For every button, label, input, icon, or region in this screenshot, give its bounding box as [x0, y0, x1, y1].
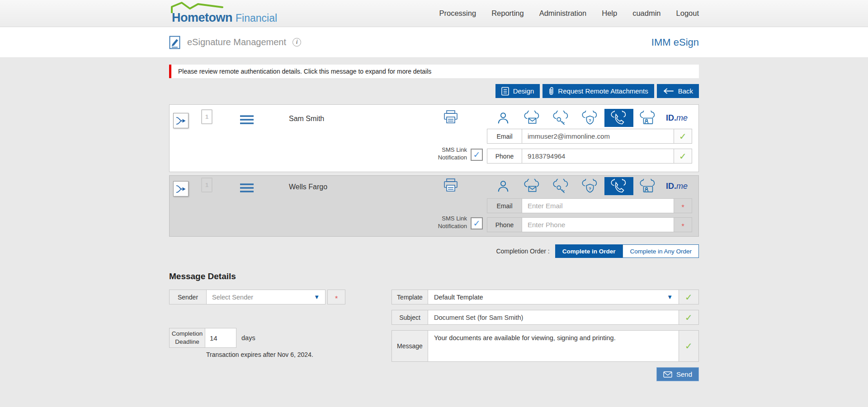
recipient-panel-sam-smith: 1 Sam Smith: [169, 104, 699, 172]
sender-row: Sender Select Sender ▼ *: [169, 290, 382, 304]
sms-notification-checkbox[interactable]: ✓: [471, 149, 483, 161]
sms-auth-icon[interactable]: [604, 177, 633, 195]
subject-valid-status: ✓: [679, 310, 698, 324]
message-details-heading: Message Details: [169, 271, 699, 281]
nav-item-user[interactable]: cuadmin: [632, 9, 660, 18]
email-valid-status: ✓: [674, 129, 692, 143]
phone-label: Phone: [487, 149, 522, 163]
check-icon: ✓: [679, 131, 687, 142]
recipient-panel-wells-fargo: 1 Wells Fargo: [169, 175, 699, 237]
printer-icon[interactable]: [443, 110, 458, 126]
page-title: eSignature Management: [187, 37, 286, 47]
message-row: Message Your documents are available for…: [392, 330, 699, 362]
check-icon: ✓: [685, 292, 693, 303]
complete-in-any-order-button[interactable]: Complete in Any Order: [623, 244, 699, 258]
checkbox-check-icon: ✓: [473, 218, 481, 229]
document-count-icon: 1: [201, 178, 212, 192]
brand-name: Hometown: [172, 11, 232, 24]
sms-link-notification-label: SMS Link Notification: [431, 215, 467, 230]
message-label: Message: [392, 331, 428, 361]
email-input[interactable]: [522, 199, 674, 213]
message-textarea[interactable]: Your documents are available for viewing…: [428, 331, 679, 361]
required-asterisk: *: [681, 206, 684, 210]
esignature-doc-icon: [169, 36, 181, 49]
product-name: IMM eSign: [651, 37, 699, 48]
template-label: Template: [392, 290, 428, 304]
checkbox-check-icon: ✓: [473, 150, 481, 160]
brand-logo[interactable]: HometownFinancial: [169, 1, 287, 26]
svg-text:?: ?: [589, 118, 591, 123]
request-remote-attachments-button[interactable]: Request Remote Attachments: [542, 84, 654, 98]
recipient-name: Wells Fargo: [289, 183, 327, 191]
completion-deadline-input[interactable]: [205, 328, 236, 347]
idme-bold: ID.: [666, 182, 676, 191]
sms-link-notification-label: SMS Link Notification: [431, 146, 467, 162]
subject-input[interactable]: [428, 310, 679, 324]
send-envelope-icon: [663, 371, 672, 378]
info-icon[interactable]: i: [292, 38, 301, 47]
days-label: days: [241, 334, 255, 342]
password-auth-icon[interactable]: [547, 109, 576, 127]
send-button[interactable]: Send: [656, 367, 699, 381]
email-delivery-icon[interactable]: [518, 109, 547, 127]
sms-notification-checkbox[interactable]: ✓: [471, 217, 483, 229]
sender-label: Sender: [170, 290, 207, 304]
password-auth-icon[interactable]: [547, 177, 576, 195]
nav-item-logout[interactable]: Logout: [676, 9, 699, 18]
completion-order-row: Completion Order : Complete in Order Com…: [169, 244, 699, 258]
reorder-handle-icon[interactable]: [240, 183, 254, 195]
email-label: Email: [487, 129, 522, 143]
id-verification-icon[interactable]: [633, 109, 662, 127]
phone-input[interactable]: [522, 149, 674, 163]
check-icon: ✓: [679, 151, 687, 162]
idme-logo[interactable]: ID.me: [662, 109, 691, 127]
in-person-signer-icon[interactable]: [489, 177, 518, 195]
auth-method-toolbar: ? I: [489, 177, 691, 195]
document-count: 1: [205, 113, 208, 120]
id-verification-icon[interactable]: [633, 177, 662, 195]
sender-select[interactable]: Select Sender ▼: [207, 290, 325, 304]
email-input[interactable]: [522, 129, 674, 143]
back-button-label: Back: [678, 87, 693, 95]
idme-logo[interactable]: ID.me: [662, 177, 691, 195]
complete-in-order-button[interactable]: Complete in Order: [555, 244, 623, 258]
email-field-row: Email *: [487, 198, 692, 213]
nav-item-administration[interactable]: Administration: [539, 9, 587, 18]
top-nav-bar: HometownFinancial Processing Reporting A…: [0, 0, 868, 27]
template-row: Template Default Template ▼ ✓: [392, 290, 699, 304]
kba-auth-icon[interactable]: ?: [576, 109, 604, 127]
back-button[interactable]: Back: [657, 84, 699, 98]
nav-item-processing[interactable]: Processing: [439, 9, 476, 18]
send-button-label: Send: [676, 370, 692, 378]
printer-icon[interactable]: [443, 178, 458, 194]
kba-auth-icon[interactable]: ?: [576, 177, 604, 195]
subject-label: Subject: [392, 310, 428, 324]
paperclip-icon: [548, 86, 554, 96]
subject-row: Subject ✓: [392, 310, 699, 325]
idme-italic: me: [676, 182, 688, 191]
expiry-note: Transaction expires after Nov 6, 2024.: [206, 351, 382, 358]
merge-recipient-button[interactable]: [173, 113, 189, 128]
nav-item-help[interactable]: Help: [602, 9, 617, 18]
required-asterisk: *: [335, 297, 338, 301]
document-count-icon: 1: [201, 109, 212, 124]
phone-input[interactable]: [522, 218, 674, 232]
check-icon: ✓: [685, 312, 693, 323]
merge-recipient-button[interactable]: [173, 181, 189, 196]
svg-text:?: ?: [589, 186, 591, 191]
sms-auth-icon[interactable]: [604, 109, 633, 127]
in-person-signer-icon[interactable]: [489, 109, 518, 127]
reorder-handle-icon[interactable]: [240, 115, 254, 126]
design-button[interactable]: Design: [495, 84, 540, 98]
action-toolbar: Design Request Remote Attachments Back: [169, 84, 699, 98]
required-asterisk: *: [681, 225, 684, 229]
email-required-status: *: [674, 199, 692, 213]
alert-banner[interactable]: Please review remote authentication deta…: [169, 65, 699, 78]
email-label: Email: [487, 199, 522, 213]
email-delivery-icon[interactable]: [518, 177, 547, 195]
completion-order-label: Completion Order :: [496, 248, 549, 255]
check-icon: ✓: [685, 341, 693, 351]
phone-valid-status: ✓: [674, 149, 692, 163]
nav-item-reporting[interactable]: Reporting: [491, 9, 524, 18]
template-select[interactable]: Default Template ▼: [428, 290, 679, 304]
